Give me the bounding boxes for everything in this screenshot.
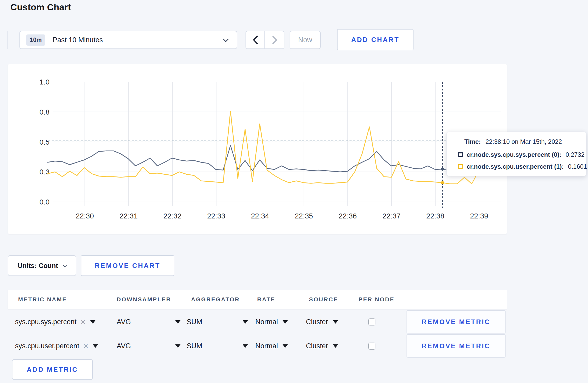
- y-tick-label: 0.8: [39, 108, 50, 116]
- x-tick-label: 22:35: [295, 212, 313, 220]
- x-tick-label: 22:36: [339, 212, 357, 220]
- caret-down-icon: [175, 320, 180, 324]
- toolbar-divider: [8, 31, 8, 49]
- tooltip-series-name: cr.node.sys.cpu.sys.percent (0):: [467, 151, 561, 158]
- source-select[interactable]: Cluster: [306, 334, 338, 358]
- header-per-node: PER NODE: [359, 296, 395, 303]
- crosshair-point: [441, 168, 444, 171]
- crosshair-point: [441, 181, 444, 184]
- downsampler-select[interactable]: AVG: [117, 334, 180, 358]
- time-range-label: Past 10 Minutes: [53, 36, 103, 44]
- chart-card: 1.00.80.50.30.022:3022:3122:3222:3322:34…: [8, 64, 507, 234]
- x-tick-label: 22:34: [251, 212, 269, 220]
- downsampler-select[interactable]: AVG: [117, 310, 180, 334]
- remove-metric-button[interactable]: REMOVE METRIC: [407, 310, 506, 334]
- header-aggregator: AGGREGATOR: [191, 296, 240, 303]
- clear-metric-icon[interactable]: ×: [81, 318, 86, 326]
- caret-down-icon: [175, 344, 180, 348]
- per-node-cell: [368, 334, 375, 358]
- units-label: Units: Count: [18, 262, 58, 270]
- tooltip-time: Time:22:38:10 on Mar 15th, 2022: [464, 138, 562, 145]
- caret-down-icon: [333, 344, 338, 348]
- rate-value: Normal: [255, 318, 278, 326]
- chevron-left-icon: [252, 35, 259, 45]
- add-chart-button[interactable]: ADD CHART: [337, 29, 414, 50]
- metric-row: sys.cpu.sys.percent × AVG SUM Normal Clu…: [8, 310, 507, 334]
- caret-down-icon: [243, 344, 248, 348]
- aggregator-value: SUM: [187, 342, 202, 350]
- aggregator-select[interactable]: SUM: [187, 310, 248, 334]
- remove-chart-button[interactable]: REMOVE CHART: [81, 255, 174, 276]
- tooltip-series-value: 0.1601: [568, 163, 587, 170]
- rate-value: Normal: [255, 342, 278, 350]
- prev-time-button[interactable]: [246, 31, 265, 48]
- metric-row: sys.cpu.user.percent × AVG SUM Normal Cl…: [8, 334, 507, 358]
- clear-metric-icon[interactable]: ×: [83, 342, 88, 350]
- user-series-swatch-icon: [458, 164, 463, 169]
- caret-down-icon: [333, 320, 338, 324]
- x-tick-label: 22:32: [163, 212, 181, 220]
- chevron-down-icon: [223, 36, 229, 42]
- page-title: Custom Chart: [10, 2, 71, 12]
- tooltip-series-row: cr.node.sys.cpu.sys.percent (0): 0.2732: [458, 151, 585, 158]
- caret-down-icon: [93, 344, 98, 348]
- downsampler-value: AVG: [117, 318, 131, 326]
- aggregator-select[interactable]: SUM: [187, 334, 248, 358]
- per-node-checkbox[interactable]: [368, 343, 375, 350]
- metric-name-select[interactable]: sys.cpu.user.percent ×: [15, 334, 98, 358]
- downsampler-value: AVG: [117, 342, 131, 350]
- x-tick-label: 22:37: [382, 212, 401, 220]
- metrics-table-header: METRIC NAME DOWNSAMPLER AGGREGATOR RATE …: [8, 290, 507, 309]
- y-tick-label: 0.5: [39, 138, 50, 146]
- metric-name-select[interactable]: sys.cpu.sys.percent ×: [15, 310, 95, 334]
- series-line-user: [48, 111, 486, 184]
- header-metric-name: METRIC NAME: [18, 296, 67, 303]
- time-nav-group: [246, 31, 284, 49]
- chevron-down-icon: [62, 263, 67, 267]
- source-select[interactable]: Cluster: [306, 310, 338, 334]
- chevron-right-icon: [271, 35, 278, 45]
- header-downsampler: DOWNSAMPLER: [117, 296, 171, 303]
- caret-down-icon: [243, 320, 248, 324]
- y-tick-label: 1.0: [39, 78, 50, 86]
- sys-series-swatch-icon: [458, 152, 463, 157]
- chart-tooltip: Time:22:38:10 on Mar 15th, 2022 cr.node.…: [446, 132, 586, 176]
- time-range-badge: 10m: [26, 34, 45, 46]
- time-range-select[interactable]: 10m Past 10 Minutes: [19, 31, 237, 49]
- aggregator-value: SUM: [187, 318, 202, 326]
- x-tick-label: 22:39: [470, 212, 488, 220]
- rate-select[interactable]: Normal: [255, 310, 288, 334]
- rate-select[interactable]: Normal: [255, 334, 288, 358]
- source-value: Cluster: [306, 318, 328, 326]
- next-time-button[interactable]: [265, 31, 284, 48]
- tooltip-series-value: 0.2732: [565, 151, 584, 158]
- caret-down-icon: [283, 320, 288, 324]
- tooltip-time-label: Time:: [464, 138, 481, 145]
- metric-name-value: sys.cpu.sys.percent: [15, 318, 76, 326]
- x-tick-label: 22:30: [76, 212, 94, 220]
- x-tick-label: 22:33: [207, 212, 225, 220]
- tooltip-series-row: cr.node.sys.cpu.user.percent (1): 0.1601: [458, 163, 587, 170]
- add-metric-button[interactable]: ADD METRIC: [12, 359, 93, 380]
- source-value: Cluster: [306, 342, 328, 350]
- units-select[interactable]: Units: Count: [8, 255, 76, 276]
- x-tick-label: 22:31: [120, 212, 138, 220]
- tooltip-time-value: 22:38:10 on Mar 15th, 2022: [486, 138, 562, 145]
- caret-down-icon: [90, 320, 95, 324]
- header-source: SOURCE: [309, 296, 338, 303]
- per-node-cell: [368, 310, 375, 334]
- y-tick-label: 0.3: [39, 168, 50, 176]
- tooltip-series-name: cr.node.sys.cpu.user.percent (1):: [467, 163, 564, 170]
- x-tick-label: 22:38: [426, 212, 444, 220]
- header-rate: RATE: [257, 296, 275, 303]
- y-tick-label: 0.0: [39, 198, 50, 206]
- caret-down-icon: [283, 344, 288, 348]
- per-node-checkbox[interactable]: [368, 318, 375, 325]
- remove-metric-button[interactable]: REMOVE METRIC: [407, 334, 506, 358]
- metric-name-value: sys.cpu.user.percent: [15, 342, 79, 350]
- now-button[interactable]: Now: [290, 31, 321, 49]
- chart-svg[interactable]: 1.00.80.50.30.022:3022:3122:3222:3322:34…: [8, 64, 507, 235]
